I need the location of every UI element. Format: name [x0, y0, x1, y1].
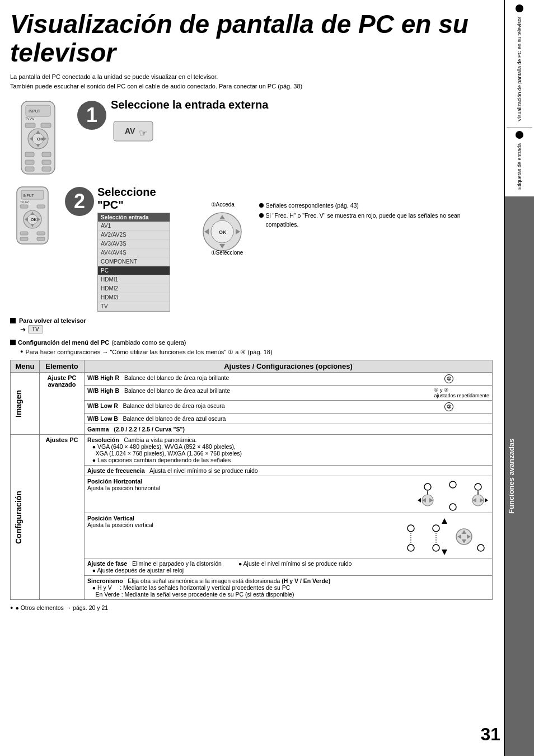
svg-rect-17	[25, 167, 34, 171]
col-header-elem: Elemento	[40, 360, 85, 373]
svg-rect-26	[20, 205, 28, 208]
wb-high-r-row: W/B High R Balance del blanco de área ro…	[85, 373, 493, 386]
svg-rect-38	[37, 237, 45, 241]
menu-item-component[interactable]: COMPONENT	[98, 257, 170, 266]
intro-text: La pantalla del PC conectado a la unidad…	[10, 72, 493, 91]
menu-item-pc[interactable]: PC	[98, 266, 170, 275]
svg-point-71	[433, 544, 439, 551]
note-2: Si "Frec. H" o "Frec. V" se muestra en r…	[259, 212, 493, 229]
menu-item-av3[interactable]: AV3/AV3S	[98, 240, 170, 248]
right-sidebar: Visualización de pantalla de PC en su te…	[504, 0, 534, 756]
svg-text:☞: ☞	[139, 128, 148, 139]
step2-notes: Señales correspondientes (pág. 43) Si "F…	[259, 201, 493, 230]
menu-item-hdmi1[interactable]: HDMI1	[98, 275, 170, 284]
svg-rect-35	[20, 232, 28, 235]
svg-rect-37	[20, 237, 28, 241]
step2-remote-nav: ②Acceda OK ①Seleccione	[194, 201, 250, 256]
svg-point-63	[407, 525, 414, 532]
step1-section: INPUT TV AV OK	[10, 98, 493, 179]
svg-point-59	[449, 504, 456, 510]
sidebar-text-2: Etiquetas de entrada	[514, 141, 525, 192]
config-note: Configuración del menú del PC (cambiado …	[10, 338, 493, 356]
settings-table: Menu Elemento Ajustes / Configuraciones …	[10, 360, 493, 600]
svg-rect-27	[37, 205, 45, 208]
remote-illustration-1: INPUT TV AV OK	[10, 98, 72, 179]
wb-high-b-row: W/B High B Balance del blanco de área az…	[85, 386, 493, 401]
svg-rect-13	[25, 152, 34, 157]
svg-rect-36	[37, 232, 45, 235]
ajuste-frecuencia-row: Ajuste de frecuencia Ajusta el nivel mín…	[85, 466, 493, 476]
menu-item-av1[interactable]: AV1	[98, 222, 170, 231]
step1-heading: Seleccione la entrada externa	[111, 98, 268, 111]
page-title: Visualización de pantalla de PC en su te…	[10, 10, 493, 67]
svg-text:TV  AV: TV AV	[20, 200, 29, 204]
gamma-row: Gamma (2.0 / 2.2 / 2.5 / Curva "S")	[85, 424, 493, 435]
svg-point-52	[475, 483, 481, 490]
menu-item-av2[interactable]: AV2/AV2S	[98, 231, 170, 240]
svg-text:OK: OK	[31, 218, 37, 222]
ajustes-pc: Ajustes PC	[40, 435, 85, 600]
menu-header: Selección entrada	[98, 213, 170, 222]
col-header-adj: Ajustes / Configuraciones (opciones)	[85, 360, 493, 373]
step2-number: 2	[65, 187, 94, 216]
menu-item-av4[interactable]: AV4/AV4S	[98, 248, 170, 257]
tabla-config-row-1: Configuración Ajustes PC Resolución Camb…	[11, 435, 493, 466]
svg-point-64	[433, 525, 439, 532]
tabla-imagen-row-1: Imagen Ajuste PC avanzado W/B High R Bal…	[11, 373, 493, 386]
ajuste-pc-avanzado: Ajuste PC avanzado	[40, 373, 85, 435]
seleccione-label: ①Seleccione	[211, 250, 243, 256]
step2-heading: Seleccione "PC"	[97, 186, 184, 212]
bottom-note: ● ● Otros elementos → págs. 20 y 21	[10, 604, 493, 611]
menu-item-tv[interactable]: TV	[98, 302, 170, 311]
sidebar-top: Visualización de pantalla de PC en su te…	[505, 0, 534, 196]
sidebar-circle	[516, 4, 523, 12]
wb-low-b-row: W/B Low B Balance del blanco de área azu…	[85, 414, 493, 424]
posicion-horizontal-row: Posición HorizontalAjusta la posición ho…	[85, 476, 493, 513]
svg-text:OK: OK	[37, 137, 44, 142]
svg-rect-16	[42, 160, 51, 165]
remote-illustration-2: INPUT TV AV OK	[10, 185, 60, 248]
svg-rect-18	[42, 167, 51, 171]
sidebar-text-1: Visualización de pantalla de PC en su te…	[514, 15, 525, 124]
svg-text:INPUT: INPUT	[23, 194, 34, 198]
svg-marker-57	[485, 498, 488, 503]
step1-number: 1	[77, 101, 106, 130]
svg-rect-5	[41, 123, 51, 128]
step1-content: 1 Seleccione la entrada externa AV ☞	[72, 98, 493, 147]
sidebar-funciones-label: Funciones avanzadas	[505, 196, 534, 756]
svg-point-58	[449, 481, 456, 488]
svg-text:INPUT: INPUT	[29, 109, 41, 113]
svg-point-70	[407, 544, 414, 551]
sincronismo-row: Sincronismo Elija otra señal asincrónica…	[85, 576, 493, 600]
wb-low-r-row: W/B Low R Balance del blanco de área roj…	[85, 401, 493, 414]
menu-item-hdmi2[interactable]: HDMI2	[98, 284, 170, 293]
sidebar-circle-2	[516, 131, 523, 139]
ajuste-fase-row: Ajuste de fase Elimine el parpadeo y la …	[85, 558, 493, 576]
return-section: Para volver al televisor ➔ TV	[10, 317, 493, 334]
page-number: 31	[480, 724, 500, 745]
svg-marker-51	[418, 498, 421, 503]
menu-item-hdmi3[interactable]: HDMI3	[98, 293, 170, 302]
svg-marker-73	[442, 550, 447, 555]
svg-text:AV: AV	[125, 126, 135, 135]
svg-rect-14	[42, 152, 51, 157]
svg-text:OK: OK	[219, 229, 227, 235]
svg-rect-4	[25, 123, 35, 128]
svg-marker-62	[442, 518, 447, 524]
tv-button[interactable]: TV	[28, 325, 43, 334]
resolucion-row: Resolución Cambia a vista panorámica. ● …	[85, 435, 493, 466]
menu-configuracion: Configuración	[11, 435, 40, 600]
col-header-menu: Menu	[11, 360, 40, 373]
svg-rect-15	[25, 160, 34, 165]
note-1: Señales correspondientes (pág. 43)	[259, 201, 493, 210]
svg-point-72	[477, 544, 484, 551]
acceda-label: ②Acceda	[211, 201, 235, 208]
step2-section: INPUT TV AV OK 2 Seleccione "	[10, 185, 493, 312]
menu-imagen: Imagen	[11, 373, 40, 435]
posicion-vertical-row: Posición VerticalAjusta la posición vert…	[85, 513, 493, 558]
input-selection-menu: Selección entrada AV1 AV2/AV2S AV3/AV3S …	[97, 213, 170, 312]
svg-point-46	[424, 483, 431, 490]
svg-text:TV    AV: TV AV	[25, 117, 35, 120]
